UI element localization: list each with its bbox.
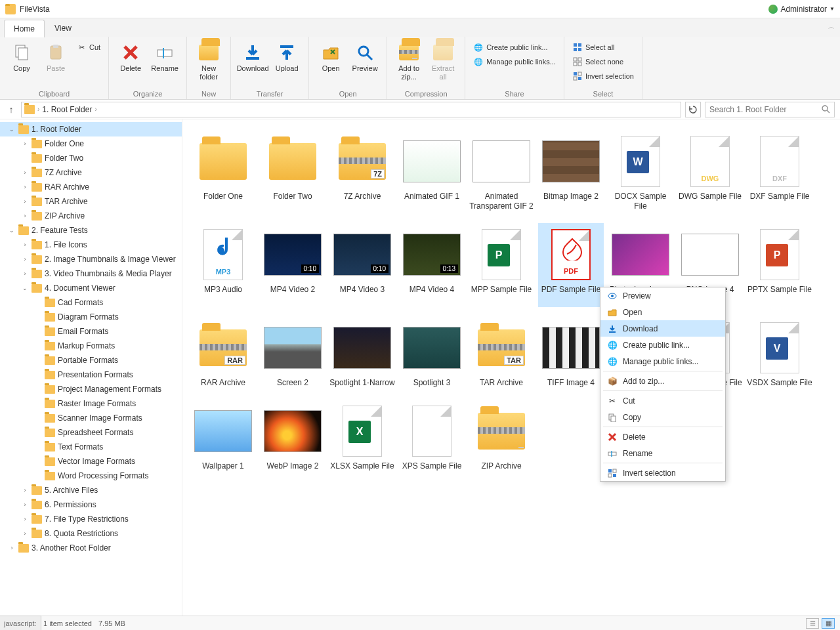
file-item[interactable]: Bitmap Image 2 (538, 130, 604, 214)
file-item[interactable]: Folder Two (260, 130, 326, 214)
tree-item[interactable]: ›3. Video Thumbnails & Media Player (0, 266, 182, 281)
chevron-right-icon[interactable]: › (21, 242, 29, 248)
context-menu-item[interactable]: Delete (600, 429, 725, 445)
file-item[interactable]: Spotlight 3 (399, 316, 465, 390)
tree-item[interactable]: ›Cad Formats (0, 295, 182, 310)
file-item[interactable]: XPS Sample File (399, 400, 465, 474)
file-item[interactable]: RAR Archive (190, 316, 256, 390)
tree-item[interactable]: ›Folder Two (0, 151, 182, 165)
tree-item[interactable]: ›7. File Type Restrictions (0, 512, 182, 526)
tree-item[interactable]: ›Project Management Formats (0, 382, 182, 396)
tree-item[interactable]: ›2. Image Thumbnails & Image Viewer (0, 252, 182, 266)
file-item[interactable]: DXFDXF Sample File (747, 130, 812, 214)
tree-item[interactable]: ›RAR Archive (0, 180, 182, 194)
context-menu-item[interactable]: Preview (600, 287, 725, 304)
open-button[interactable]: Open (314, 39, 347, 89)
file-item[interactable]: DWGDWG Sample File (677, 130, 743, 214)
file-item[interactable]: XXLSX Sample File (329, 400, 395, 474)
manage-public-links-button[interactable]: 🌐Manage public links... (471, 55, 558, 68)
copy-button[interactable]: Copy (5, 39, 38, 89)
tree-item[interactable]: ›Raster Image Formats (0, 396, 182, 411)
context-menu[interactable]: PreviewOpenDownload🌐Create public link..… (600, 287, 726, 482)
file-grid-area[interactable]: Folder OneFolder Two7Z ArchiveAnimated G… (182, 119, 840, 616)
tree-item[interactable]: ›5. Archive Files (0, 483, 182, 497)
chevron-right-icon[interactable]: › (21, 530, 29, 537)
refresh-button[interactable] (685, 102, 701, 117)
file-item[interactable]: PMPP Sample File (469, 223, 534, 307)
file-item[interactable]: 7Z Archive (329, 130, 395, 214)
select-all-button[interactable]: Select all (570, 41, 637, 54)
tree-item[interactable]: ›8. Quota Restrictions (0, 526, 182, 541)
file-item[interactable]: Folder One (190, 130, 256, 214)
tree-item[interactable]: ›TAR Archive (0, 194, 182, 209)
chevron-right-icon[interactable]: › (21, 501, 29, 508)
tree-item[interactable]: ›6. Permissions (0, 497, 182, 512)
file-item[interactable]: Wallpaper 1 (190, 400, 256, 474)
file-item[interactable]: 0:13MP4 Video 4 (399, 223, 465, 307)
delete-button[interactable]: Delete (114, 39, 147, 89)
tree-item[interactable]: ›7Z Archive (0, 165, 182, 180)
chevron-right-icon[interactable]: › (21, 516, 29, 522)
file-item[interactable]: PPPTX Sample File (747, 223, 812, 307)
chevron-right-icon[interactable]: › (21, 169, 29, 176)
context-menu-item[interactable]: Download (600, 320, 725, 337)
context-menu-item[interactable]: ✂Cut (600, 392, 725, 409)
tree-item[interactable]: ⌄1. Root Folder (0, 122, 182, 136)
up-button[interactable]: ↑ (5, 104, 17, 115)
tree-item[interactable]: ›Presentation Formats (0, 368, 182, 382)
chevron-right-icon[interactable]: › (21, 213, 29, 219)
file-item[interactable]: TIFF Image 4 (538, 316, 604, 390)
chevron-right-icon[interactable]: › (21, 487, 29, 494)
file-item[interactable]: PDFPDF Sample File (538, 223, 604, 307)
context-menu-item[interactable]: 🌐Manage public links... (600, 353, 725, 369)
extract-all-button[interactable]: Extract all (427, 39, 459, 89)
tree-item[interactable]: ›Scanner Image Formats (0, 411, 182, 425)
breadcrumb[interactable]: › 1. Root Folder › (21, 102, 681, 117)
chevron-down-icon[interactable]: ⌄ (21, 285, 29, 291)
chevron-right-icon[interactable]: › (8, 545, 16, 551)
file-item[interactable]: 0:10MP4 Video 3 (329, 223, 395, 307)
file-item[interactable]: Spotlight 1-Narrow (329, 316, 395, 390)
download-button[interactable]: Download (236, 39, 269, 89)
ribbon-collapse-icon[interactable]: ︿ (828, 22, 835, 32)
context-menu-item[interactable]: 🌐Create public link... (600, 337, 725, 353)
file-item[interactable]: 0:10MP4 Video 2 (260, 223, 326, 307)
file-item[interactable]: TAR Archive (469, 316, 534, 390)
tree-item[interactable]: ›Folder One (0, 136, 182, 151)
tree-item[interactable]: ›Word Processing Formats (0, 469, 182, 483)
file-item[interactable]: MP3MP3 Audio (190, 223, 256, 307)
tree-item[interactable]: ›Markup Formats (0, 339, 182, 353)
tree-item[interactable]: ›1. File Icons (0, 238, 182, 252)
context-menu-item[interactable]: Invert selection (600, 465, 725, 481)
tab-view[interactable]: View (45, 19, 81, 37)
search-input[interactable] (709, 105, 818, 114)
rename-button[interactable]: Rename (148, 39, 181, 89)
file-item[interactable]: Animated GIF 1 (399, 130, 465, 214)
create-public-link-button[interactable]: 🌐Create public link... (471, 41, 558, 54)
chevron-right-icon[interactable]: › (21, 198, 29, 205)
breadcrumb-segment[interactable]: 1. Root Folder (42, 105, 92, 114)
chevron-right-icon[interactable]: › (21, 270, 29, 277)
view-details-button[interactable]: ☰ (806, 618, 819, 629)
folder-tree[interactable]: ⌄1. Root Folder›Folder One›Folder Two›7Z… (0, 119, 182, 616)
select-none-button[interactable]: Select none (570, 55, 637, 68)
context-menu-item[interactable]: Rename (600, 445, 725, 461)
file-item[interactable]: ZIP Archive (469, 400, 534, 474)
chevron-right-icon[interactable]: › (21, 140, 29, 147)
context-menu-item[interactable]: Copy (600, 409, 725, 425)
tree-item[interactable]: ›Portable Formats (0, 353, 182, 368)
chevron-right-icon[interactable]: › (21, 184, 29, 190)
cut-button[interactable]: ✂Cut (74, 41, 103, 54)
tree-item[interactable]: ⌄4. Document Viewer (0, 281, 182, 295)
add-to-zip-button[interactable]: Add to zip... (392, 39, 425, 89)
tab-home[interactable]: Home (4, 20, 45, 37)
paste-button[interactable]: Paste (39, 39, 72, 89)
tree-item[interactable]: ›Spreadsheet Formats (0, 425, 182, 440)
context-menu-item[interactable]: Open (600, 304, 725, 320)
tree-item[interactable]: ›3. Another Root Folder (0, 541, 182, 555)
upload-button[interactable]: Upload (270, 39, 303, 89)
context-menu-item[interactable]: 📦Add to zip... (600, 373, 725, 389)
preview-button[interactable]: Preview (348, 39, 381, 89)
file-item[interactable]: VVSDX Sample File (747, 316, 812, 390)
tree-item[interactable]: ›Email Formats (0, 324, 182, 339)
